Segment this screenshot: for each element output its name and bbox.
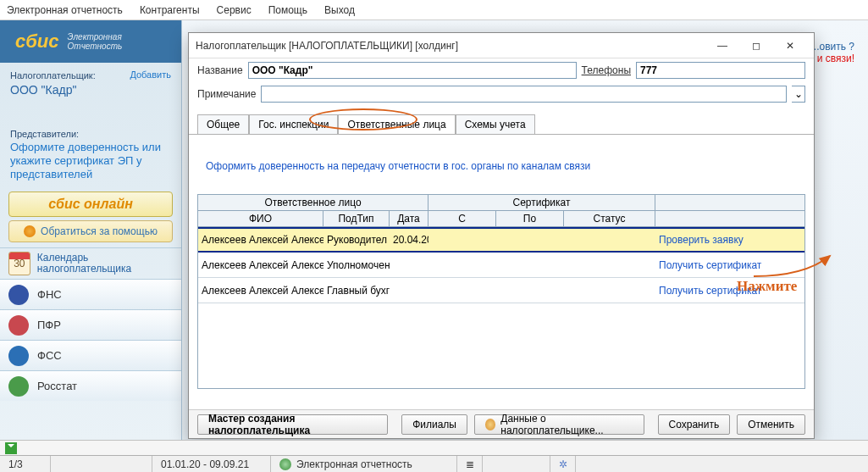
statusbar: 1/3 01.01.20 - 09.09.21 Электронная отче… xyxy=(0,455,868,472)
maximize-button[interactable]: ◻ xyxy=(739,36,773,56)
grid-col-fio: ФИО xyxy=(198,211,323,226)
sidebar-item-pfr[interactable]: ПФР xyxy=(0,309,181,340)
grid-col-date: Дата xyxy=(390,211,428,226)
cell-action-link[interactable]: Получить сертификат xyxy=(655,258,804,273)
taxpayer-label: Налогоплательщик: xyxy=(10,70,96,81)
persons-grid: Ответственное лицо Сертификат ФИО ПодТип… xyxy=(197,194,805,389)
rosstat-icon xyxy=(8,376,29,397)
sidebar-item-rosstat[interactable]: Росстат xyxy=(0,370,181,401)
status-empty1 xyxy=(51,456,152,472)
phones-input[interactable] xyxy=(636,62,805,79)
menu-item[interactable]: Помощь xyxy=(268,4,307,16)
cell-to xyxy=(496,238,564,242)
phones-label: Телефоны xyxy=(582,64,631,76)
pfr-icon xyxy=(8,315,29,336)
taxpayer-name[interactable]: ООО "Кадр" xyxy=(10,83,171,97)
grid-header-group-certificate: Сертификат xyxy=(428,195,655,210)
representatives-action-link[interactable]: Оформите доверенность или укажите сертиф… xyxy=(10,141,171,181)
titlebar: Налогоплательщик [НАЛОГОПЛАТЕЛЬЩИКИ] [хо… xyxy=(189,33,814,58)
grid-col-subtype: ПодТип xyxy=(323,211,390,226)
tab-responsible-persons[interactable]: Ответственные лица xyxy=(338,114,455,134)
tab-inspections[interactable]: Гос. инспекции xyxy=(249,114,338,134)
bg-hint: ...овить ? и связи! xyxy=(810,41,854,64)
tab-general[interactable]: Общее xyxy=(197,114,249,134)
cell-status xyxy=(564,238,655,242)
grid-col-from: С xyxy=(428,211,496,226)
status-dates: 01.01.20 - 09.09.21 xyxy=(152,456,271,472)
create-poa-link[interactable]: Оформить доверенность на передачу отчетн… xyxy=(206,160,805,172)
status-page: 1/3 xyxy=(0,456,51,472)
table-row[interactable]: Алексеев Алексей АлексееРуководител20.04… xyxy=(198,227,804,253)
dialog-title: Налогоплательщик [НАЛОГОПЛАТЕЛЬЩИКИ] [хо… xyxy=(196,40,705,52)
tab-schemes[interactable]: Схемы учета xyxy=(456,114,535,134)
cell-date: 20.04.20 xyxy=(390,232,428,247)
menu-item[interactable]: Сервис xyxy=(217,4,252,16)
menubar: Электронная отчетность Контрагенты Серви… xyxy=(0,0,868,20)
name-input[interactable] xyxy=(248,62,577,79)
cell-date xyxy=(390,264,428,267)
brand: сбис xyxy=(15,31,59,53)
menu-item[interactable]: Электронная отчетность xyxy=(7,4,123,16)
cell-from xyxy=(428,264,496,267)
cell-action-link[interactable]: Получить сертификат xyxy=(655,283,804,298)
cell-from xyxy=(428,289,496,292)
db-icon: ≣ xyxy=(466,458,474,470)
add-taxpayer-link[interactable]: Добавить xyxy=(130,69,171,80)
dialog-footer: Мастер создания налогоплательщика Филиал… xyxy=(189,409,814,438)
sbis-online-button[interactable]: сбис онлайн xyxy=(8,192,173,217)
person-icon xyxy=(485,419,495,430)
calendar-link[interactable]: 30 Календарь налогоплательщика xyxy=(0,247,181,279)
status-stamp-icon-cell: ✲ xyxy=(550,456,576,472)
download-icon[interactable] xyxy=(5,442,17,454)
cell-fio: Алексеев Алексей Алексее xyxy=(198,232,323,247)
menu-item[interactable]: Выход xyxy=(324,4,355,16)
status-db-icon-cell: ≣ xyxy=(457,456,483,472)
close-button[interactable]: ✕ xyxy=(773,36,807,56)
taxpayer-dialog: Налогоплательщик [НАЛОГОПЛАТЕЛЬЩИКИ] [хо… xyxy=(188,32,815,439)
calendar-label: Календарь налогоплательщика xyxy=(37,253,173,275)
note-input[interactable] xyxy=(261,86,787,103)
table-row[interactable]: Алексеев Алексей АлексееУполномоченПолуч… xyxy=(198,253,804,278)
grid-col-to: По xyxy=(496,211,564,226)
cancel-button[interactable]: Отменить xyxy=(737,414,805,435)
globe-icon xyxy=(279,458,291,470)
brand-sub: ЭлектроннаяОтчетность xyxy=(68,32,123,51)
branches-button[interactable]: Филиалы xyxy=(401,414,467,435)
cell-action-link[interactable]: Проверить заявку xyxy=(655,232,804,247)
table-row[interactable]: Алексеев Алексей АлексееГлавный бухгПолу… xyxy=(198,278,804,303)
cell-type: Руководител xyxy=(323,232,390,247)
grid-col-action xyxy=(655,211,804,226)
status-app: Электронная отчетность xyxy=(271,456,457,472)
fss-icon xyxy=(8,346,29,366)
cell-status xyxy=(564,264,655,267)
tabs: Общее Гос. инспекции Ответственные лица … xyxy=(189,106,814,135)
representatives-label: Представители: xyxy=(10,129,171,139)
save-button[interactable]: Сохранить xyxy=(658,414,731,435)
sidebar: сбис ЭлектроннаяОтчетность Налогоплатель… xyxy=(0,20,182,441)
cell-type: Уполномочен xyxy=(323,258,390,273)
stamp-icon: ✲ xyxy=(559,458,567,470)
cell-type: Главный бухг xyxy=(323,283,390,298)
minimize-button[interactable]: — xyxy=(705,36,739,56)
cell-fio: Алексеев Алексей Алексее xyxy=(198,258,323,273)
name-label: Название xyxy=(197,64,243,76)
cell-to xyxy=(496,289,564,292)
calendar-icon: 30 xyxy=(8,252,30,275)
menu-item[interactable]: Контрагенты xyxy=(140,4,200,16)
cell-from xyxy=(428,238,496,242)
logo: сбис ЭлектроннаяОтчетность xyxy=(0,20,181,63)
grid-header-group-responsible: Ответственное лицо xyxy=(198,195,428,210)
help-icon xyxy=(24,225,36,237)
download-bar xyxy=(0,440,868,455)
tab-content: Оформить доверенность на передачу отчетн… xyxy=(189,135,814,409)
ask-help-button[interactable]: Обратиться за помощью xyxy=(8,220,173,242)
note-label: Примечание xyxy=(197,88,256,100)
grid-col-status: Статус xyxy=(564,211,655,226)
cell-fio: Алексеев Алексей Алексее xyxy=(198,283,323,298)
wizard-button[interactable]: Мастер создания налогоплательщика xyxy=(197,414,388,435)
note-dropdown-icon[interactable]: ⌄ xyxy=(792,86,805,103)
taxpayer-data-button[interactable]: Данные о налогоплательщике... xyxy=(474,414,644,435)
sidebar-item-fns[interactable]: ФНС xyxy=(0,279,181,309)
sidebar-item-fss[interactable]: ФСС xyxy=(0,340,181,370)
cell-status xyxy=(564,289,655,292)
